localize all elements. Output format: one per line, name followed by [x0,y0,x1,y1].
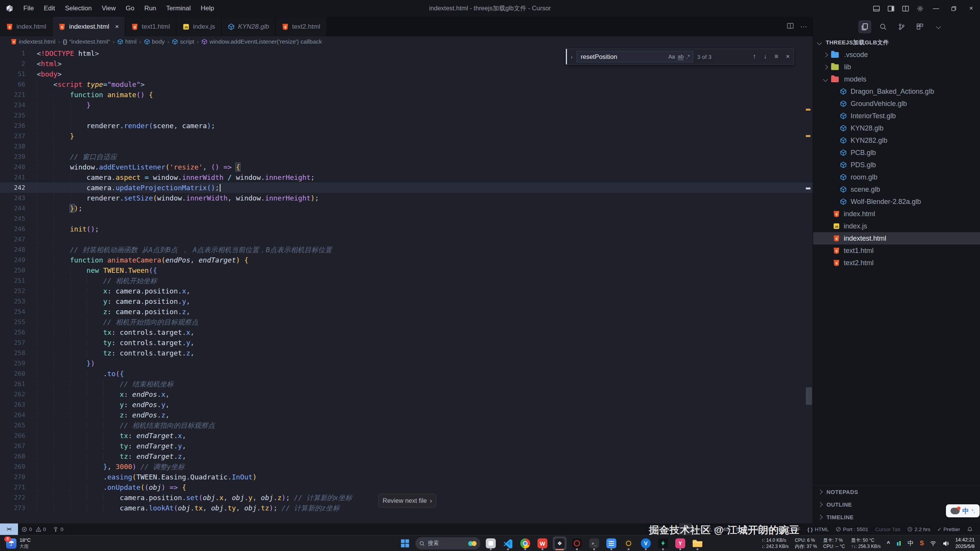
section-notepads[interactable]: NOTEPADS [813,486,980,498]
menu-view[interactable]: View [97,0,121,17]
folder-models[interactable]: models [813,73,980,85]
find-close-icon[interactable]: × [786,53,790,60]
more-actions-icon[interactable]: ⋯ [800,22,807,31]
breadcrumb-item-window-addeventlistener-resize-callback[interactable]: window.addEventListener('resize') callba… [201,38,322,45]
explorer-section-header[interactable]: THREEJS加载GLB文件 [813,36,980,49]
tab-indextest-html[interactable]: 5indextest.html× [52,17,125,36]
taskbar-app-file-explorer[interactable] [691,536,704,550]
file-index-html[interactable]: 5index.html [813,208,980,220]
taskbar-app-vscode[interactable] [501,536,515,550]
tray-stat-col-3[interactable]: 显卡: 7 %CPU: -- °C [823,537,845,549]
code-line-262[interactable]: 262 x: endPos.x, [0,389,813,399]
menu-edit[interactable]: Edit [39,0,60,17]
code-editor[interactable]: 1<!DOCTYPE html>2<html>51<body>66 <scrip… [0,47,813,523]
code-line-265[interactable]: 265 // 相机结束指向的目标观察点 [0,420,813,430]
file-text2-html[interactable]: 5text2.html [813,257,980,269]
find-previous-icon[interactable]: ↑ [753,53,756,60]
source-control-icon[interactable] [895,20,908,33]
code-line-51[interactable]: 51<body> [0,69,813,79]
tab-text1-html[interactable]: 5text1.html [125,17,176,36]
status-prettier[interactable]: ✓Prettier [934,523,964,535]
file-indextest-html[interactable]: 5indextest.html [813,232,980,245]
close-button[interactable]: × [962,0,980,17]
code-line-253[interactable]: 253 y: camera.position.y, [0,296,813,306]
code-line-269[interactable]: 269 }, 3000) // 调整y坐标 [0,461,813,472]
code-line-235[interactable]: 235 [0,110,813,121]
file-index-js[interactable]: JSindex.js [813,220,980,232]
folder-lib[interactable]: lib [813,61,980,73]
code-line-242[interactable]: 242 camera.updateProjectionMatrix(); [0,183,813,193]
taskbar-app-cursor[interactable]: ❖ [553,536,567,550]
code-line-243[interactable]: 243 renderer.setSize(window.innerWidth, … [0,193,813,203]
code-line-266[interactable]: 266 tx: endTarget.x, [0,430,813,441]
toggle-secondary-sidebar-icon[interactable] [884,0,898,17]
find-in-selection-icon[interactable]: ≡ [774,53,778,60]
tray-stat-col-1[interactable]: ↑: 14.0 KB/s↓: 242.3 KB/s [761,537,789,549]
split-editor-icon[interactable] [787,22,794,31]
code-line-240[interactable]: 240 window.addEventListener('resize', ()… [0,162,813,172]
hidden-icons-chevron[interactable]: ^ [887,540,890,546]
ime-indicator[interactable]: 中 °, [946,504,980,517]
find-next-icon[interactable]: ↓ [764,53,767,60]
taskbar-search-box[interactable]: 搜索 [415,537,480,549]
menu-file[interactable]: File [18,0,39,17]
code-line-267[interactable]: 267 ty: endTarget.y, [0,441,813,451]
settings-gear-icon[interactable] [913,0,927,17]
code-line-248[interactable]: 248 // 封装相机动画函数 从A点到B点 ， A点表示相机当前位置，B点表示… [0,245,813,255]
tray-stat-col-4[interactable]: 显卡: 50 °C↑↓: 256.3 KB/s [851,537,880,549]
code-line-249[interactable]: 249 function animateCamera(endPos, endTa… [0,255,813,265]
menu-terminal[interactable]: Terminal [161,0,196,17]
code-line-271[interactable]: 271 .onUpdate((obj) => { [0,482,813,492]
start-button[interactable] [398,536,412,550]
problems-indicator[interactable]: 0 0 [18,523,49,535]
ports-indicator[interactable]: 0 [49,523,67,535]
code-line-259[interactable]: 259 }) [0,358,813,368]
taskbar-app-pink-app[interactable]: Y [673,536,687,550]
tab-close-icon[interactable]: × [115,23,119,31]
code-line-263[interactable]: 263 y: endPos.y, [0,399,813,410]
code-line-270[interactable]: 270 .easing(TWEEN.Easing.Quadratic.InOut… [0,472,813,482]
tab-text2-html[interactable]: 5text2.html [276,17,327,36]
chevron-down-icon[interactable] [932,20,945,33]
color-bars-icon[interactable] [896,541,902,546]
taskbar-app-terminal[interactable]: >_ [587,536,601,550]
taskbar-app-coin[interactable] [622,536,635,550]
code-line-236[interactable]: 236 renderer.render(scene, camera); [0,121,813,131]
code-line-256[interactable]: 256 tx: controls.target.x, [0,327,813,337]
extensions-icon[interactable] [913,20,926,33]
file-pcb-glb[interactable]: PCB.glb [813,147,980,159]
code-line-258[interactable]: 258 tz: controls.target.z, [0,348,813,358]
file-wolf-blender-2-82a-glb[interactable]: Wolf-Blender-2.82a.glb [813,196,980,208]
tray-clock[interactable]: 14:42:21 2025/5/8 [955,537,975,550]
taskbar-app-netease-music[interactable] [570,536,584,550]
taskbar-app-chrome[interactable] [518,536,532,550]
tray-stat-col-2[interactable]: CPU: 6 %内存: 37 % [795,537,817,549]
code-line-234[interactable]: 234 } [0,100,813,110]
code-line-260[interactable]: 260 .to({ [0,368,813,379]
code-line-238[interactable]: 238 [0,141,813,152]
menu-run[interactable]: Run [139,0,161,17]
file-text1-html[interactable]: 5text1.html [813,245,980,257]
regex-icon[interactable]: .* [686,54,690,60]
file-pds-glb[interactable]: PDS.glb [813,159,980,171]
wifi-icon[interactable] [930,540,936,547]
file-kyn28-glb[interactable]: KYN28.glb [813,122,980,134]
code-line-245[interactable]: 245 [0,214,813,224]
split-editor-icon[interactable] [898,0,913,17]
review-next-file-button[interactable]: Review next file› [378,494,436,508]
file-room-glb[interactable]: room.glb [813,171,980,183]
volume-icon[interactable] [942,540,949,547]
taskbar-app-v-app[interactable]: V [639,536,653,550]
find-input[interactable] [580,53,666,61]
file-dragon-baked-actions-glb[interactable]: Dragon_Baked_Actions.glb [813,85,980,98]
match-case-icon[interactable]: Aa [668,54,675,60]
code-line-239[interactable]: 239 // 窗口自适应 [0,152,813,162]
code-line-244[interactable]: 244 }); [0,203,813,214]
toggle-panel-icon[interactable] [869,0,884,17]
ime-mode-indicator[interactable]: 中 [908,540,914,548]
search-icon[interactable] [877,20,890,33]
tab-kyn28-glb[interactable]: KYN28.glb [222,17,276,36]
taskbar-app-wps[interactable]: W [536,536,549,550]
breadcrumb-item-indextest-html[interactable]: {}"indextest.html" [63,38,110,45]
code-line-255[interactable]: 255 // 相机开始指向的目标观察点 [0,317,813,327]
